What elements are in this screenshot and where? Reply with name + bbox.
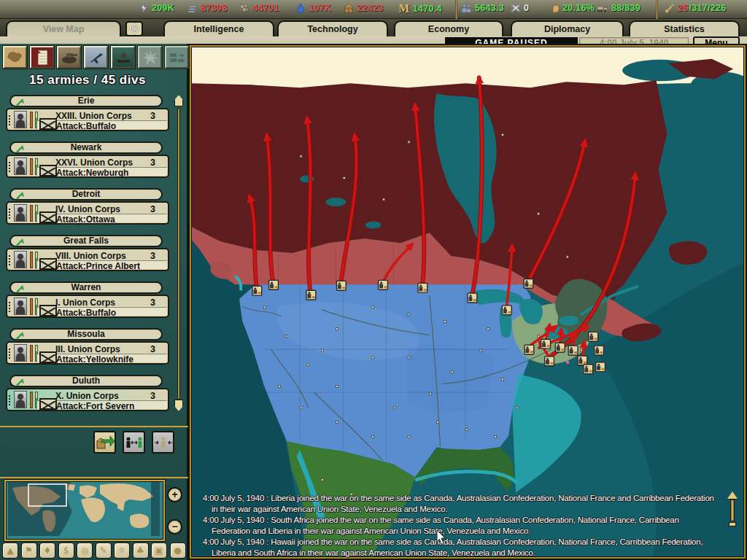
organization-bar xyxy=(30,392,33,408)
map-mode-supply[interactable]: ✎ xyxy=(96,542,112,559)
unit-counter[interactable] xyxy=(541,339,551,349)
army-location[interactable]: Newark xyxy=(9,141,163,154)
rare-materials-icon xyxy=(239,3,249,13)
army-card[interactable]: XXIII. Union Corps 3 Attack:Buffalo xyxy=(6,108,169,131)
minimap[interactable] xyxy=(6,481,163,540)
map-frame xyxy=(188,44,747,560)
army-location[interactable]: Erie xyxy=(9,95,163,107)
map-mode-terrain[interactable]: ▲ xyxy=(2,542,18,559)
unit-counter[interactable] xyxy=(525,345,534,354)
division-count: 3 xyxy=(150,251,155,261)
log-scrollbar[interactable] xyxy=(727,491,738,529)
merge-units-button[interactable] xyxy=(152,431,174,454)
army-card[interactable]: XXVI. Union Corps 3 Attack:Newburgh xyxy=(6,155,169,178)
oil-icon xyxy=(295,3,306,13)
message-log[interactable]: 4:00 July 5, 1940 : Liberia joined the w… xyxy=(203,493,718,559)
map-mode-economic[interactable]: $ xyxy=(58,542,74,559)
unit-counter[interactable] xyxy=(269,280,279,289)
supply-priority-button[interactable] xyxy=(93,431,116,454)
naval-units-icon[interactable] xyxy=(111,46,135,69)
drag-dots xyxy=(9,209,10,219)
scroll-up-arrow[interactable] xyxy=(174,95,183,106)
ledger-icon[interactable] xyxy=(30,46,54,69)
metal-icon xyxy=(187,3,198,13)
unit-counter[interactable] xyxy=(589,332,598,341)
drag-dots xyxy=(9,395,10,405)
world-map[interactable] xyxy=(192,47,743,556)
unit-counter[interactable] xyxy=(468,293,477,303)
map-mode-diplomatic[interactable]: ▣ xyxy=(151,542,167,559)
unit-counter[interactable] xyxy=(306,290,316,300)
tab-view-map[interactable]: View Map xyxy=(6,20,121,38)
log-message: 4:00 July 5, 1940 : Liberia joined the w… xyxy=(203,493,718,515)
supplies-value: 22423 xyxy=(357,3,383,13)
scroll-down-arrow[interactable] xyxy=(174,400,183,411)
topbar-separator xyxy=(656,0,658,19)
army-location[interactable]: Warren xyxy=(9,281,163,294)
money-resource: M 1470.4 xyxy=(398,3,442,15)
map-mode-revolt[interactable]: ♦ xyxy=(39,542,55,559)
army-card[interactable]: I. Union Corps 3 Attack:Buffalo xyxy=(6,295,169,318)
log-scroll-up-arrow[interactable] xyxy=(727,491,738,499)
move-window-button[interactable] xyxy=(125,21,143,36)
army-card[interactable]: IV. Union Corps 3 Attack:Ottawa xyxy=(6,201,169,225)
tab-technology[interactable]: Technology xyxy=(277,20,388,38)
army-location[interactable]: Missoula xyxy=(9,328,163,341)
organization-bar xyxy=(30,252,33,268)
unit-counter[interactable] xyxy=(336,281,346,290)
unit-counter[interactable] xyxy=(545,357,554,366)
unit-counter[interactable] xyxy=(524,279,533,288)
unit-counter[interactable] xyxy=(568,346,578,355)
army-location[interactable]: Duluth xyxy=(9,375,163,387)
division-count: 3 xyxy=(150,204,155,214)
zoom-out-button[interactable]: − xyxy=(167,519,182,534)
unit-counter[interactable] xyxy=(555,343,565,352)
map-mode-bar: ▲ ⚑ ♦ $ ◎ ✎ ☼ ♣ ▣ ● xyxy=(2,542,186,559)
army-card-selected[interactable]: X. Union Corps 3 Attack:Fort Severn xyxy=(6,388,169,411)
unit-counter[interactable] xyxy=(596,362,605,372)
land-units-icon[interactable] xyxy=(57,46,81,69)
dissent-value: 20.16% xyxy=(562,3,595,13)
army-card[interactable]: VIII. Union Corps 3 Attack:Prince Albert xyxy=(6,248,169,271)
map-mode-resources[interactable]: ◎ xyxy=(77,542,93,559)
split-units-button[interactable] xyxy=(123,431,145,454)
tab-intelligence[interactable]: Intelligence xyxy=(163,20,274,38)
unit-counter[interactable] xyxy=(252,286,262,295)
map-mode-political[interactable]: ⚑ xyxy=(21,542,37,559)
infantry-icon xyxy=(39,305,57,316)
log-scroll-down[interactable] xyxy=(729,522,736,526)
unit-name: X. Union Corps xyxy=(55,391,119,401)
army-list-scrollbar[interactable] xyxy=(174,95,184,423)
division-count: 3 xyxy=(150,298,155,308)
log-scrollbar-shaft[interactable] xyxy=(730,499,735,521)
drag-dots xyxy=(9,349,10,359)
air-units-icon[interactable] xyxy=(84,46,108,69)
unit-counter[interactable] xyxy=(379,280,388,289)
unit-counter[interactable] xyxy=(502,306,511,315)
map-mode-victory[interactable]: ● xyxy=(170,542,186,559)
army-location[interactable]: Great Falls xyxy=(9,235,163,247)
army-location[interactable]: Detroit xyxy=(9,188,163,201)
map-mode-icon[interactable] xyxy=(3,46,27,69)
divider xyxy=(0,426,188,427)
topbar-separator xyxy=(455,0,457,19)
unit-counter[interactable] xyxy=(578,356,587,365)
division-count: 3 xyxy=(150,111,155,121)
unit-counter[interactable] xyxy=(584,365,593,374)
tab-diplomacy[interactable]: Diplomacy xyxy=(511,20,624,38)
scrollbar-shaft[interactable] xyxy=(177,108,180,400)
unit-name: XXIII. Union Corps xyxy=(55,111,132,121)
tab-statistics[interactable]: Statistics xyxy=(629,20,740,38)
unit-counter[interactable] xyxy=(418,283,427,292)
army-card[interactable]: III. Union Corps 3 Attack:Yellowknife xyxy=(6,341,169,365)
zoom-in-button[interactable]: + xyxy=(167,487,182,502)
map-mode-weather[interactable]: ☼ xyxy=(114,542,130,559)
commander-portrait xyxy=(14,251,27,268)
combat-icon xyxy=(138,46,162,69)
unit-counter[interactable] xyxy=(595,346,604,355)
map-mode-partisan[interactable]: ♣ xyxy=(133,542,149,559)
infantry-icon xyxy=(39,351,57,363)
energy-value: 209K xyxy=(152,3,174,13)
tab-economy[interactable]: Economy xyxy=(394,20,503,38)
oil-resource: 107K xyxy=(295,3,331,13)
